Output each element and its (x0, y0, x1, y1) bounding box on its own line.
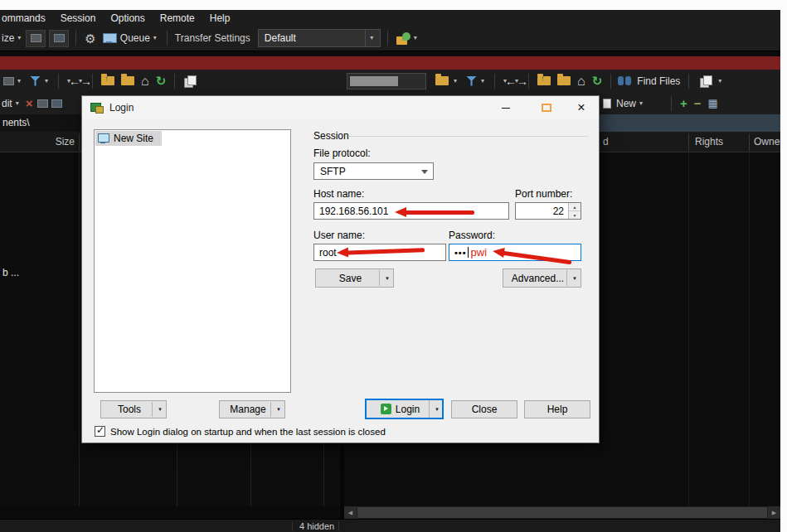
remote-session-select[interactable] (347, 73, 426, 89)
transfer-preset-button[interactable]: ▾ (395, 32, 420, 45)
spinner-up-icon[interactable]: ▲ (569, 203, 581, 211)
home-directory-icon[interactable]: ⌂ (141, 75, 149, 88)
port-number-input[interactable]: 22 ▲ ▼ (515, 202, 581, 220)
chevron-down-icon[interactable]: ▼ (385, 276, 390, 281)
chevron-down-icon[interactable]: ▾ (16, 100, 19, 107)
help-button[interactable]: Help (524, 400, 590, 418)
dialog-close-button[interactable]: × (565, 96, 598, 119)
menu-options[interactable]: Options (103, 12, 152, 24)
column-header-changed[interactable]: d (603, 136, 609, 148)
session-color-bar (0, 56, 780, 70)
menu-session[interactable]: Session (53, 12, 104, 24)
select-grid-icon[interactable]: ▦ (708, 98, 718, 109)
scroll-left-button[interactable]: ◀ (344, 506, 357, 519)
session-chip (350, 76, 398, 86)
chevron-down-icon: ▾ (17, 78, 21, 85)
close-button[interactable]: Close (451, 400, 517, 418)
new-button[interactable]: New (616, 98, 636, 109)
local-open-dir-button[interactable]: ▾ (2, 77, 24, 85)
remote-copy-button[interactable]: ▾ (696, 75, 725, 87)
remote-root-directory-icon[interactable] (557, 76, 571, 85)
close-label: Close (472, 404, 498, 415)
new-file-icon[interactable] (51, 99, 62, 108)
queue-button[interactable]: Queue ▾ (101, 32, 160, 44)
annotation-arrow-host (395, 207, 474, 218)
login-label: Login (396, 404, 420, 415)
chevron-down-icon[interactable]: ▾ (17, 35, 21, 41)
local-back-button[interactable]: ← ▾ (66, 78, 74, 85)
root-directory-icon[interactable] (121, 76, 134, 85)
site-list[interactable]: New Site (94, 129, 291, 393)
console-button[interactable] (26, 30, 46, 47)
save-button[interactable]: Save ▼ (315, 268, 394, 288)
sync-browsing-button[interactable] (49, 30, 69, 47)
chevron-down-icon[interactable]: ▼ (158, 407, 163, 412)
edit-button[interactable]: dit (2, 98, 12, 109)
transfer-settings-select[interactable]: Default ▾ (258, 29, 381, 47)
local-filter-button[interactable]: ▾ (27, 76, 51, 86)
menu-help[interactable]: Help (202, 12, 238, 24)
local-file-item[interactable]: b ... (2, 267, 19, 278)
button-split-divider (429, 400, 430, 418)
port-spinner[interactable]: ▲ ▼ (568, 203, 581, 219)
dialog-titlebar[interactable]: Login × (82, 96, 599, 119)
status-separator (292, 521, 293, 531)
remote-filter-button[interactable]: ▾ (464, 76, 488, 86)
add-icon[interactable]: + (680, 97, 687, 109)
refresh-icon[interactable]: ↻ (156, 75, 167, 87)
column-separator[interactable] (79, 133, 80, 151)
parent-directory-icon[interactable] (101, 76, 114, 85)
chevron-down-icon: ▾ (370, 35, 373, 41)
find-files-button[interactable]: Find Files (618, 75, 682, 87)
gear-icon[interactable]: ⚙ (85, 32, 95, 45)
copy-icon[interactable] (184, 75, 197, 87)
remote-home-directory-icon[interactable]: ⌂ (577, 75, 585, 88)
remove-icon[interactable]: − (694, 97, 702, 109)
maximize-button[interactable] (532, 96, 561, 119)
scrollbar-thumb[interactable] (357, 507, 767, 518)
binoculars-icon (618, 76, 631, 85)
grid-line (688, 152, 689, 506)
chevron-down-icon[interactable]: ▾ (639, 100, 643, 107)
menu-remote[interactable]: Remote (153, 12, 202, 24)
spinner-down-icon[interactable]: ▼ (569, 211, 581, 219)
local-path[interactable]: nents\ (2, 117, 30, 128)
chevron-down-icon (421, 170, 428, 174)
chevron-down-icon[interactable]: ▾ (365, 30, 380, 46)
column-header-owner[interactable]: Owner (754, 136, 783, 148)
login-button[interactable]: Login ▼ (365, 399, 444, 419)
properties-icon[interactable] (37, 99, 48, 108)
horizontal-scrollbar[interactable]: ◀ ▶ (344, 506, 780, 519)
column-separator[interactable] (688, 133, 689, 151)
column-header-size[interactable]: Size (46, 136, 75, 148)
file-protocol-select[interactable]: SFTP (313, 162, 434, 180)
remote-back-button[interactable]: ← ▾ (502, 78, 510, 85)
minimize-icon (502, 108, 510, 109)
delete-icon[interactable]: × (26, 97, 33, 109)
synchronize-button[interactable]: ize (2, 32, 14, 44)
chevron-down-icon: ▾ (718, 78, 721, 85)
remote-parent-directory-icon[interactable] (537, 76, 551, 85)
new-site-item[interactable]: New Site (95, 131, 162, 146)
advanced-button[interactable]: Advanced... ▼ (503, 268, 581, 288)
column-separator[interactable] (749, 133, 750, 151)
remote-open-dir-button[interactable]: ▾ (432, 76, 460, 85)
transfer-settings-value: Default (265, 32, 296, 44)
chevron-down-icon[interactable]: ▼ (435, 407, 440, 412)
minimize-button[interactable] (492, 96, 520, 119)
column-header-rights[interactable]: Rights (695, 136, 723, 148)
scroll-right-button[interactable]: ▶ (768, 506, 780, 519)
chevron-down-icon[interactable]: ▼ (276, 407, 281, 412)
tools-button[interactable]: Tools ▼ (100, 400, 167, 418)
menu-commands[interactable]: ommands (0, 12, 53, 24)
show-login-checkbox[interactable]: ✓ (95, 426, 105, 437)
file-commands-right: New ▾ + − ▦ (603, 92, 721, 114)
tools-label: Tools (118, 404, 141, 415)
manage-button[interactable]: Manage ▼ (219, 400, 285, 418)
arrow-shaft (347, 248, 425, 254)
chevron-down-icon[interactable]: ▼ (572, 276, 577, 281)
back-arrow-icon: ← (69, 75, 80, 86)
remote-refresh-icon[interactable]: ↻ (592, 75, 603, 87)
forward-arrow-icon: → (80, 75, 92, 86)
show-login-checkbox-row[interactable]: ✓ Show Login dialog on startup and when … (95, 426, 386, 437)
